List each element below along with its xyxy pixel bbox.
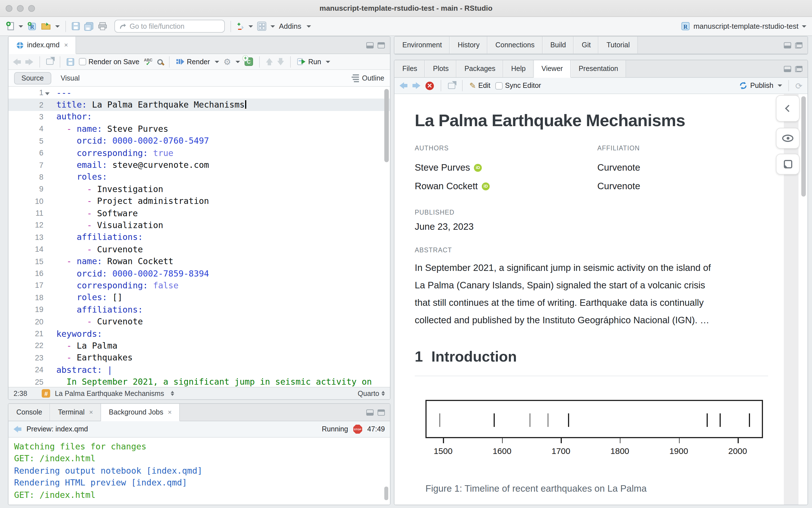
abstract-line: collected and published by the Instituto… [415,311,768,329]
run-previous-icon[interactable] [266,58,273,65]
gear-icon[interactable]: ⚙ [224,57,231,66]
section-selector[interactable]: La Palma Earthquake Mechanisms [55,389,164,397]
gear-caret-icon[interactable] [236,60,240,63]
project-cube-icon: R [681,22,690,31]
orcid-icon[interactable]: iD [482,182,490,190]
addins-menu[interactable]: Addins [279,22,311,31]
job-output-line: Rendering output notebook [index.qmd] [14,465,390,477]
maximize-pane-icon[interactable] [377,409,385,415]
version-control-button[interactable] [237,21,253,31]
refresh-icon[interactable]: ⟳ [796,81,802,90]
tab-viewer[interactable]: Viewer [534,60,571,78]
goto-file-input[interactable] [130,22,214,30]
goto-file-search[interactable] [114,20,225,33]
line-number: 18 [8,293,43,302]
code-line: 17 corresponding: false [8,280,390,292]
publish-button[interactable]: Publish [739,81,773,90]
tab-environment[interactable]: Environment [395,37,450,53]
run-button[interactable]: Run [297,58,321,66]
code-token: 0000-0002-0760-5497 [107,136,209,146]
pane-layout-button[interactable] [257,22,275,31]
file-type-selector[interactable]: Quarto [358,389,385,397]
visual-mode-button[interactable]: Visual [53,72,87,84]
line-number: 12 [8,221,43,229]
restore-pane-icon[interactable] [795,42,802,48]
code-token: name: [77,256,102,266]
tab-terminal[interactable]: Terminal× [50,404,101,421]
axis-tick [738,438,738,443]
editor-scrollbar[interactable] [384,89,389,162]
tab-help[interactable]: Help [503,60,533,77]
outline-button[interactable]: Outline [352,74,384,82]
tab-history[interactable]: History [450,37,487,53]
back-icon[interactable] [13,58,21,65]
open-file-button[interactable] [41,22,60,31]
clear-viewer-icon[interactable]: ✕ [425,81,434,90]
code-editor[interactable]: 1---2title: La Palma Earthquake Mechanis… [8,87,390,387]
source-mode-button[interactable]: Source [14,72,51,84]
find-replace-icon[interactable] [157,59,163,65]
render-on-save-checkbox[interactable]: Render on Save [79,58,139,66]
open-in-browser-icon[interactable] [448,83,455,89]
tab-console[interactable]: Console [8,404,50,421]
insert-chunk-icon[interactable]: C [245,57,253,66]
maximize-pane-icon[interactable] [377,42,385,48]
popout-window-icon[interactable] [46,58,53,65]
tab-packages[interactable]: Packages [456,60,503,77]
spellcheck-icon[interactable]: ABC✓ [144,58,153,65]
publish-caret-icon[interactable] [778,84,782,87]
edit-button[interactable]: ✎ Edit [470,82,490,90]
minimize-pane-icon[interactable] [784,66,791,72]
render-button[interactable]: Render [175,58,210,66]
save-icon[interactable] [72,22,80,31]
viewer-forward-icon[interactable] [412,82,420,89]
collapse-margin-button[interactable] [776,95,800,122]
tab-files[interactable]: Files [395,60,425,77]
tab-tutorial[interactable]: Tutorial [599,37,638,53]
job-output[interactable]: Watching files for changesGET: /index.ht… [8,437,390,505]
minimize-pane-icon[interactable] [784,42,791,48]
save-document-icon[interactable] [67,58,74,66]
code-token [56,196,87,206]
project-menu[interactable]: R manuscript-template-rstudio-test [681,22,806,31]
tab-connections[interactable]: Connections [487,37,542,53]
stop-job-icon[interactable]: STOP [353,425,362,434]
code-token: name: [77,124,102,134]
tab-background-jobs[interactable]: Background Jobs× [101,404,179,421]
tab-git[interactable]: Git [574,37,599,53]
forward-icon[interactable] [25,58,33,65]
save-all-icon[interactable] [84,22,94,31]
orcid-icon[interactable]: iD [474,164,482,171]
visibility-button[interactable] [776,128,800,149]
tab-index-qmd[interactable]: index.qmd × [8,37,76,54]
close-tab-icon[interactable]: × [64,41,68,49]
sync-editor-checkbox[interactable]: Sync Editor [496,82,541,90]
close-tab-icon[interactable]: × [168,408,172,416]
new-file-button[interactable] [6,22,23,31]
viewer-back-icon[interactable] [400,82,407,89]
section-selector-arrows-icon[interactable] [171,391,174,396]
code-text: affiliations: [43,304,143,314]
run-caret-icon[interactable] [326,60,330,63]
minimize-pane-icon[interactable] [366,42,374,48]
render-caret-icon[interactable] [214,60,219,63]
run-next-icon[interactable] [277,58,284,65]
minimize-pane-icon[interactable] [366,409,374,415]
code-line: 16 orcid: 0000-0002-7859-8394 [8,267,390,280]
new-project-button[interactable]: R [27,21,37,31]
line-number: 11 [8,209,43,217]
tab-plots[interactable]: Plots [425,60,457,77]
annotation-button[interactable] [776,154,800,175]
close-tab-icon[interactable]: × [89,408,93,416]
code-text: - Software [43,208,138,218]
tab-build[interactable]: Build [542,37,574,53]
console-scrollbar[interactable] [384,486,388,500]
print-icon[interactable] [98,22,107,31]
fold-caret-icon[interactable] [45,92,50,95]
restore-pane-icon[interactable] [795,66,802,72]
viewer-scrollbar[interactable] [801,96,806,197]
tab-presentation[interactable]: Presentation [571,60,626,77]
editor-pane-window-controls [366,37,390,53]
job-back-icon[interactable] [13,426,22,432]
job-status-group: Running STOP 47:49 [322,425,385,434]
